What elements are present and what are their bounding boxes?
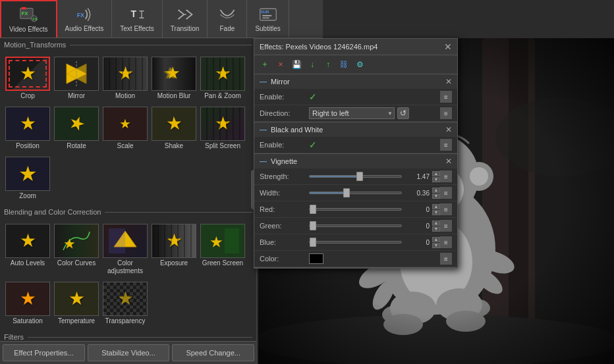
vignette-blue-up[interactable]: ▲ [432, 237, 440, 242]
effect-item-scale[interactable]: ★ Scale [101, 104, 149, 153]
bw-section-header[interactable]: — Black and White ✕ [254, 122, 457, 137]
star-icon-pan-zoom: ★ [215, 65, 231, 83]
star-icon-temperature: ★ [69, 290, 85, 308]
bw-enable-checkbox[interactable]: ✓ [309, 140, 317, 150]
effect-properties-button[interactable]: Effect Properties... [3, 344, 85, 361]
effect-item-motion[interactable]: ★ Motion [101, 54, 149, 103]
vignette-width-label: Width: [260, 189, 309, 197]
delete-effect-button[interactable]: × [274, 58, 287, 71]
dialog-close-button[interactable]: ✕ [444, 41, 452, 52]
settings-button[interactable]: ⚙ [353, 58, 366, 71]
effect-item-position[interactable]: ★ Position [4, 104, 51, 153]
toolbar: FX FX Video Effects FX Audio Effects T T… [0, 0, 323, 38]
vignette-blue-menu[interactable]: ≡ [440, 236, 452, 248]
toolbar-btn-audio-effects[interactable]: FX Audio Effects [57, 0, 113, 38]
subtitles-label: Subtitles [255, 25, 280, 32]
effect-item-auto-levels[interactable]: ★ Auto Levels [4, 221, 51, 278]
effect-item-transparency[interactable]: ★ Transparency [101, 279, 149, 328]
vignette-strength-menu[interactable]: ≡ [440, 170, 452, 182]
svg-text:★: ★ [166, 65, 180, 82]
vignette-green-label: Green: [260, 222, 309, 230]
vignette-green-down[interactable]: ▼ [432, 226, 440, 232]
effect-thumb-shake: ★ [152, 107, 196, 141]
vignette-green-menu[interactable]: ≡ [440, 220, 452, 232]
effect-item-color-adj[interactable]: Color adjustments [101, 221, 149, 278]
effect-item-green-screen[interactable]: ★ Green Screen [199, 221, 246, 278]
vignette-red-label: Red: [260, 205, 309, 213]
toolbar-btn-fade[interactable]: Fade [208, 0, 247, 38]
effect-item-color-curves[interactable]: ★ Color Curves [53, 221, 100, 278]
link-button[interactable]: ⛓ [337, 58, 350, 71]
transition-label: Transition [171, 25, 200, 32]
svg-text:FX: FX [32, 16, 38, 21]
mirror-enable-control: ✓ [309, 91, 440, 102]
star-icon-rotate: ★ [65, 113, 87, 136]
vignette-red-down[interactable]: ▼ [432, 210, 440, 215]
effects-dialog: Effects: Pexels Videos 1246246.mp4 ✕ + ×… [254, 38, 458, 269]
effect-item-motion-blur[interactable]: ★ ★ ★ Motion Blur [150, 54, 198, 103]
vignette-green-up[interactable]: ▲ [432, 221, 440, 226]
toolbar-btn-video-effects[interactable]: FX FX Video Effects [0, 0, 57, 38]
toolbar-btn-text-effects[interactable]: T Text Effects [112, 0, 163, 38]
vignette-strength-slider[interactable] [309, 175, 402, 178]
bw-section: — Black and White ✕ Enable: ✓ ≡ [254, 122, 457, 154]
video-effects-icon: FX FX [18, 6, 39, 24]
effect-thumb-motion: ★ [103, 57, 148, 91]
mirror-section-header[interactable]: — Mirror ✕ [254, 74, 457, 89]
vignette-strength-up[interactable]: ▲ [432, 171, 440, 176]
vignette-blue-value: 0 [405, 239, 430, 246]
vignette-blue-slider[interactable] [309, 241, 402, 244]
mirror-enable-menu[interactable]: ≡ [440, 91, 452, 103]
toolbar-btn-transition[interactable]: Transition [163, 0, 208, 38]
vignette-red-slider[interactable] [309, 208, 402, 211]
vignette-blue-down[interactable]: ▼ [432, 243, 440, 248]
toolbar-btn-subtitles[interactable]: SUB Subtitles [247, 0, 289, 38]
vignette-strength-value: 1.47 [405, 173, 430, 180]
effect-item-mirror[interactable]: Mirror [53, 54, 100, 103]
svg-text:T: T [130, 9, 136, 19]
bw-close-button[interactable]: ✕ [445, 125, 452, 134]
star-icon-saturation: ★ [20, 290, 36, 308]
vignette-red-menu[interactable]: ≡ [440, 203, 452, 215]
vignette-strength-down[interactable]: ▼ [432, 177, 440, 182]
vignette-green-control: 0 ▲ ▼ [309, 221, 440, 232]
vignette-close-button[interactable]: ✕ [445, 157, 452, 166]
move-up-button[interactable]: ↑ [321, 58, 335, 71]
effect-thumb-split: ★ [200, 107, 245, 141]
star-icon-split: ★ [215, 115, 231, 133]
vignette-green-slider[interactable] [309, 224, 402, 227]
effect-item-zoom[interactable]: ★ Zoom [4, 154, 51, 203]
vignette-width-up[interactable]: ▲ [432, 188, 440, 193]
vignette-color-menu[interactable]: ≡ [440, 253, 452, 265]
mirror-enable-checkbox[interactable]: ✓ [309, 91, 317, 102]
direction-reset-button[interactable]: ↺ [397, 107, 409, 119]
effect-item-shake[interactable]: ★ Shake [150, 104, 198, 153]
mirror-close-button[interactable]: ✕ [445, 77, 452, 86]
save-effect-button[interactable]: 💾 [290, 58, 303, 71]
speed-change-button[interactable]: Speed Change... [172, 344, 254, 361]
bw-enable-menu[interactable]: ≡ [440, 139, 452, 151]
motion-transforms-grid: ★ Crop Mirror [0, 51, 256, 205]
effect-item-pan-zoom[interactable]: ★ Pan & Zoom [199, 54, 246, 103]
vignette-red-up[interactable]: ▲ [432, 204, 440, 209]
effect-item-temperature[interactable]: ★ Temperature [53, 279, 100, 328]
add-effect-button[interactable]: + [258, 58, 271, 71]
direction-dropdown[interactable]: Right to left Left to right Top to botto… [309, 107, 395, 119]
vignette-width-menu[interactable]: ≡ [440, 187, 452, 199]
vignette-section-header[interactable]: — Vignette ✕ [254, 154, 457, 169]
stabilize-video-button[interactable]: Stabilize Video... [88, 344, 170, 361]
effect-item-rotate[interactable]: ★ Rotate [53, 104, 100, 153]
vignette-width-spinners: ▲ ▼ [432, 188, 440, 199]
mirror-direction-menu[interactable]: ≡ [440, 107, 452, 119]
effect-item-saturation[interactable]: ★ Saturation [4, 279, 51, 328]
vignette-color-swatch[interactable] [309, 253, 323, 264]
move-down-button[interactable]: ↓ [306, 58, 319, 71]
vignette-strength-row: Strength: 1.47 ▲ ▼ ≡ [254, 169, 457, 185]
effect-item-crop[interactable]: ★ Crop [4, 54, 51, 103]
vignette-width-down[interactable]: ▼ [432, 194, 440, 199]
vignette-width-slider[interactable] [309, 192, 402, 194]
vignette-strength-spinners: ▲ ▼ [432, 171, 440, 182]
effect-item-exposure[interactable]: ★ Exposure [150, 221, 198, 278]
effect-item-split-screen[interactable]: ★ Split Screen [199, 104, 246, 153]
star-icon-motion: ★ [117, 65, 134, 83]
